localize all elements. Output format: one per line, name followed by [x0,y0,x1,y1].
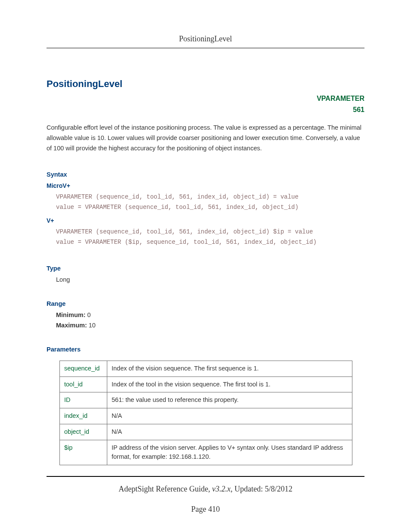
vparameter-badge: VPARAMETER 561 [47,93,364,115]
max-value: 10 [89,322,96,329]
param-name: object_id [60,424,107,440]
min-label: Minimum: [56,311,85,318]
table-row: sequence_id Index of the vision sequence… [60,361,352,376]
type-value: Long [56,276,364,283]
range-min: Minimum: 0 [56,311,364,318]
updated-date: 5/8/2012 [265,485,293,493]
table-row: index_id N/A [60,408,352,424]
parameters-heading: Parameters [47,346,364,353]
running-header: PositioningLevel [47,34,364,48]
param-name: tool_id [60,376,107,392]
type-heading: Type [47,265,364,272]
guide-version: v3.2.x [212,485,230,493]
description-text: Configurable effort level of the instanc… [47,123,364,154]
table-row: tool_id Index of the tool in the vision … [60,376,352,392]
code-line: VPARAMETER (sequence_id, tool_id, 561, i… [56,228,313,235]
vplus-label: V+ [47,217,364,224]
parameters-table: sequence_id Index of the vision sequence… [59,361,352,465]
page-title: PositioningLevel [47,78,364,90]
range-heading: Range [47,300,364,307]
param-desc: Index of the tool in the vision sequence… [107,376,352,392]
param-desc: N/A [107,424,352,440]
page-value: 410 [208,505,220,513]
badge-label: VPARAMETER [47,93,364,104]
param-name: index_id [60,408,107,424]
table-row: $ip IP address of the vision server. App… [60,440,352,465]
param-desc: Index of the vision sequence. The first … [107,361,352,376]
code-line: value = VPARAMETER (sequence_id, tool_id… [56,204,299,211]
guide-name: AdeptSight Reference Guide [118,485,208,493]
vplus-code: VPARAMETER (sequence_id, tool_id, 561, i… [56,227,364,248]
code-line: value = VPARAMETER ($ip, sequence_id, to… [56,239,317,246]
param-name: $ip [60,440,107,465]
param-name: sequence_id [60,361,107,376]
param-desc: N/A [107,408,352,424]
footer-sep: , [208,485,212,493]
max-label: Maximum: [56,322,87,329]
param-desc: IP address of the vision server. Applies… [107,440,352,465]
microv-code: VPARAMETER (sequence_id, tool_id, 561, i… [56,192,364,213]
min-value: 0 [87,311,91,318]
param-desc: 561: the value used to reference this pr… [107,392,352,408]
range-max: Maximum: 10 [56,322,364,329]
syntax-heading: Syntax [47,171,364,178]
table-row: ID 561: the value used to reference this… [60,392,352,408]
microv-label: MicroV+ [47,182,364,189]
page-label: Page [191,505,209,513]
updated-label: , Updated: [230,485,265,493]
range-block: Minimum: 0 Maximum: 10 [56,311,364,329]
param-name: ID [60,392,107,408]
page-number: Page 410 [47,505,364,514]
footer-citation: AdeptSight Reference Guide, v3.2.x, Upda… [47,485,364,494]
footer-rule [47,476,364,477]
code-line: VPARAMETER (sequence_id, tool_id, 561, i… [56,193,299,200]
table-row: object_id N/A [60,424,352,440]
page-footer: AdeptSight Reference Guide, v3.2.x, Upda… [47,476,364,514]
badge-id: 561 [47,104,364,115]
